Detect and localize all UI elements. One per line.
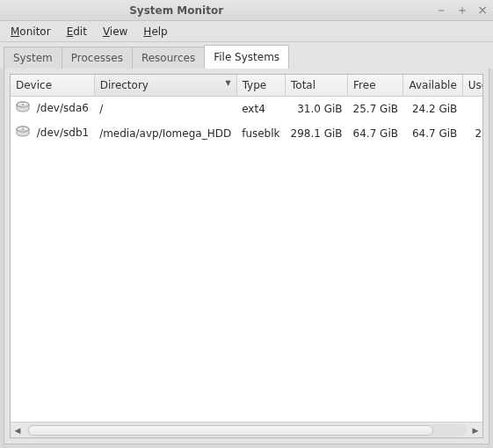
horizontal-scrollbar[interactable]: ◀ ▶ xyxy=(11,422,482,437)
scroll-left-arrow-icon[interactable]: ◀ xyxy=(11,423,25,437)
cell-total: 31.0 GiB xyxy=(286,97,348,121)
filesystems-table: Device Directory▼ Type Total Free Availa… xyxy=(11,75,482,146)
col-header-free[interactable]: Free xyxy=(348,75,403,97)
menubar: Monitor Edit View Help xyxy=(0,21,493,42)
menu-help[interactable]: Help xyxy=(136,23,174,40)
cell-used: 5 xyxy=(462,97,482,121)
disk-icon xyxy=(16,101,30,116)
tab-processes[interactable]: Processes xyxy=(62,47,133,69)
scrollbar-track[interactable] xyxy=(26,424,467,437)
table-body: /dev/sda6 / ext4 31.0 GiB 25.7 GiB 24.2 … xyxy=(11,97,482,146)
table-row[interactable]: /dev/sda6 / ext4 31.0 GiB 25.7 GiB 24.2 … xyxy=(11,97,482,121)
menu-monitor[interactable]: Monitor xyxy=(4,23,58,40)
col-header-directory[interactable]: Directory▼ xyxy=(94,75,236,97)
cell-type: ext4 xyxy=(236,97,285,121)
cell-free: 64.7 GiB xyxy=(348,121,403,146)
cell-free: 25.7 GiB xyxy=(348,97,403,121)
filesystems-treeview: Device Directory▼ Type Total Free Availa… xyxy=(10,74,483,438)
cell-available: 64.7 GiB xyxy=(403,121,462,146)
menu-edit[interactable]: Edit xyxy=(60,23,94,40)
tab-system[interactable]: System xyxy=(4,47,62,69)
tab-resources[interactable]: Resources xyxy=(132,47,205,69)
col-header-used[interactable]: Used xyxy=(462,75,482,97)
cell-type: fuseblk xyxy=(236,121,285,146)
svg-point-5 xyxy=(22,128,24,130)
cell-directory: /media/avp/Iomega_HDD xyxy=(94,121,236,146)
disk-icon xyxy=(16,126,30,141)
table-wrap: Device Directory▼ Type Total Free Availa… xyxy=(11,75,482,422)
cell-used: 233 xyxy=(462,121,482,146)
col-header-device[interactable]: Device xyxy=(11,75,94,97)
col-header-available[interactable]: Available xyxy=(403,75,462,97)
close-button[interactable]: × xyxy=(477,3,488,18)
col-header-total[interactable]: Total xyxy=(286,75,348,97)
cell-total: 298.1 GiB xyxy=(286,121,348,146)
titlebar: System Monitor － ＋ × xyxy=(0,0,493,21)
tab-content: Device Directory▼ Type Total Free Availa… xyxy=(4,69,489,444)
table-row[interactable]: /dev/sdb1 /media/avp/Iomega_HDD fuseblk … xyxy=(11,121,482,146)
scrollbar-thumb[interactable] xyxy=(28,425,433,436)
menu-view[interactable]: View xyxy=(96,23,134,40)
maximize-button[interactable]: ＋ xyxy=(456,3,468,18)
svg-point-2 xyxy=(22,104,24,105)
cell-available: 24.2 GiB xyxy=(403,97,462,121)
cell-device: /dev/sda6 xyxy=(37,102,89,114)
tabbar: System Processes Resources File Systems xyxy=(0,42,493,69)
tab-file-systems[interactable]: File Systems xyxy=(204,45,289,69)
sort-indicator-icon: ▼ xyxy=(226,79,231,87)
scroll-right-arrow-icon[interactable]: ▶ xyxy=(468,423,482,437)
window-controls: － ＋ × xyxy=(435,3,488,18)
cell-device: /dev/sdb1 xyxy=(37,126,89,139)
window-title: System Monitor xyxy=(0,4,435,17)
minimize-button[interactable]: － xyxy=(435,3,447,18)
col-header-type[interactable]: Type xyxy=(236,75,285,97)
cell-directory: / xyxy=(94,97,236,121)
